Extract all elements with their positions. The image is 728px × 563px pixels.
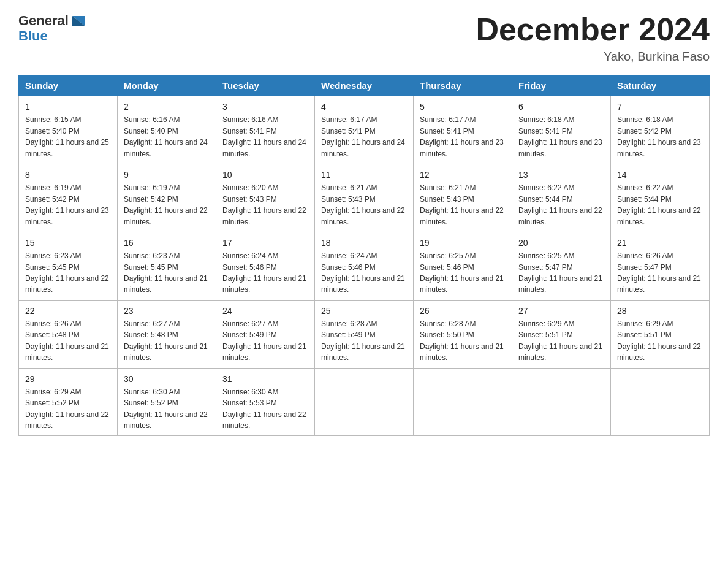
day-number: 22 xyxy=(25,305,111,317)
day-number: 31 xyxy=(222,373,308,385)
day-number: 26 xyxy=(420,305,506,317)
day-number: 19 xyxy=(420,237,506,249)
calendar-cell: 6Sunrise: 6:18 AMSunset: 5:41 PMDaylight… xyxy=(512,96,611,164)
day-info: Sunrise: 6:23 AMSunset: 5:45 PMDaylight:… xyxy=(25,251,109,294)
calendar-cell: 16Sunrise: 6:23 AMSunset: 5:45 PMDayligh… xyxy=(118,232,216,300)
calendar-week-row: 8Sunrise: 6:19 AMSunset: 5:42 PMDaylight… xyxy=(19,164,710,232)
calendar-cell: 4Sunrise: 6:17 AMSunset: 5:41 PMDaylight… xyxy=(315,96,414,164)
day-info: Sunrise: 6:16 AMSunset: 5:40 PMDaylight:… xyxy=(124,115,208,158)
day-number: 2 xyxy=(124,101,210,113)
day-info: Sunrise: 6:16 AMSunset: 5:41 PMDaylight:… xyxy=(222,115,306,158)
day-info: Sunrise: 6:29 AMSunset: 5:51 PMDaylight:… xyxy=(617,320,701,362)
day-info: Sunrise: 6:19 AMSunset: 5:42 PMDaylight:… xyxy=(124,183,208,226)
day-info: Sunrise: 6:26 AMSunset: 5:48 PMDaylight:… xyxy=(25,320,109,362)
day-of-week-header: Saturday xyxy=(611,75,710,96)
day-number: 14 xyxy=(617,169,703,181)
calendar-cell: 10Sunrise: 6:20 AMSunset: 5:43 PMDayligh… xyxy=(216,164,315,232)
calendar-cell xyxy=(611,368,710,436)
calendar-cell: 28Sunrise: 6:29 AMSunset: 5:51 PMDayligh… xyxy=(611,300,710,368)
day-number: 17 xyxy=(222,237,308,249)
day-number: 11 xyxy=(321,169,407,181)
day-info: Sunrise: 6:26 AMSunset: 5:47 PMDaylight:… xyxy=(617,251,701,294)
calendar-cell xyxy=(315,368,414,436)
calendar-cell: 15Sunrise: 6:23 AMSunset: 5:45 PMDayligh… xyxy=(19,232,118,300)
day-info: Sunrise: 6:17 AMSunset: 5:41 PMDaylight:… xyxy=(420,115,504,158)
day-info: Sunrise: 6:30 AMSunset: 5:53 PMDaylight:… xyxy=(222,388,306,430)
calendar-cell: 5Sunrise: 6:17 AMSunset: 5:41 PMDaylight… xyxy=(414,96,512,164)
calendar-cell: 17Sunrise: 6:24 AMSunset: 5:46 PMDayligh… xyxy=(216,232,315,300)
day-number: 29 xyxy=(25,373,111,385)
day-info: Sunrise: 6:25 AMSunset: 5:47 PMDaylight:… xyxy=(518,251,602,294)
calendar-cell: 13Sunrise: 6:22 AMSunset: 5:44 PMDayligh… xyxy=(512,164,611,232)
calendar-cell: 20Sunrise: 6:25 AMSunset: 5:47 PMDayligh… xyxy=(512,232,611,300)
calendar-cell: 22Sunrise: 6:26 AMSunset: 5:48 PMDayligh… xyxy=(19,300,118,368)
day-info: Sunrise: 6:30 AMSunset: 5:52 PMDaylight:… xyxy=(124,388,208,430)
day-number: 30 xyxy=(124,373,210,385)
calendar-cell: 1Sunrise: 6:15 AMSunset: 5:40 PMDaylight… xyxy=(19,96,118,164)
calendar-week-row: 15Sunrise: 6:23 AMSunset: 5:45 PMDayligh… xyxy=(19,232,710,300)
calendar-cell: 21Sunrise: 6:26 AMSunset: 5:47 PMDayligh… xyxy=(611,232,710,300)
day-info: Sunrise: 6:24 AMSunset: 5:46 PMDaylight:… xyxy=(321,251,405,294)
calendar-cell: 12Sunrise: 6:21 AMSunset: 5:43 PMDayligh… xyxy=(414,164,512,232)
calendar-cell: 11Sunrise: 6:21 AMSunset: 5:43 PMDayligh… xyxy=(315,164,414,232)
day-number: 23 xyxy=(124,305,210,317)
day-info: Sunrise: 6:22 AMSunset: 5:44 PMDaylight:… xyxy=(518,183,602,226)
day-of-week-header: Monday xyxy=(118,75,216,96)
day-number: 12 xyxy=(420,169,506,181)
logo: General Blue xyxy=(18,12,87,43)
day-number: 10 xyxy=(222,169,308,181)
day-of-week-header: Sunday xyxy=(19,75,118,96)
logo-general-text: General xyxy=(18,13,69,29)
day-info: Sunrise: 6:25 AMSunset: 5:46 PMDaylight:… xyxy=(420,251,504,294)
calendar-cell xyxy=(512,368,611,436)
calendar-header-row: SundayMondayTuesdayWednesdayThursdayFrid… xyxy=(19,75,710,96)
day-number: 9 xyxy=(124,169,210,181)
day-info: Sunrise: 6:15 AMSunset: 5:40 PMDaylight:… xyxy=(25,115,109,158)
day-info: Sunrise: 6:20 AMSunset: 5:43 PMDaylight:… xyxy=(222,183,306,226)
title-area: December 2024 Yako, Burkina Faso xyxy=(476,12,710,64)
calendar-cell: 25Sunrise: 6:28 AMSunset: 5:49 PMDayligh… xyxy=(315,300,414,368)
day-number: 7 xyxy=(617,101,703,113)
day-number: 27 xyxy=(518,305,604,317)
day-of-week-header: Thursday xyxy=(414,75,512,96)
day-info: Sunrise: 6:28 AMSunset: 5:50 PMDaylight:… xyxy=(420,320,504,362)
day-info: Sunrise: 6:19 AMSunset: 5:42 PMDaylight:… xyxy=(25,183,109,226)
day-info: Sunrise: 6:21 AMSunset: 5:43 PMDaylight:… xyxy=(420,183,504,226)
day-number: 16 xyxy=(124,237,210,249)
logo-triangle-icon xyxy=(70,12,87,29)
day-of-week-header: Tuesday xyxy=(216,75,315,96)
day-number: 1 xyxy=(25,101,111,113)
calendar-location: Yako, Burkina Faso xyxy=(476,50,710,64)
day-info: Sunrise: 6:18 AMSunset: 5:42 PMDaylight:… xyxy=(617,115,701,158)
logo-blue-text: Blue xyxy=(18,29,48,43)
calendar-cell: 14Sunrise: 6:22 AMSunset: 5:44 PMDayligh… xyxy=(611,164,710,232)
calendar-cell xyxy=(414,368,512,436)
day-number: 3 xyxy=(222,101,308,113)
day-info: Sunrise: 6:23 AMSunset: 5:45 PMDaylight:… xyxy=(124,251,208,294)
day-number: 4 xyxy=(321,101,407,113)
day-info: Sunrise: 6:27 AMSunset: 5:49 PMDaylight:… xyxy=(222,320,306,362)
day-number: 21 xyxy=(617,237,703,249)
day-info: Sunrise: 6:21 AMSunset: 5:43 PMDaylight:… xyxy=(321,183,405,226)
day-info: Sunrise: 6:29 AMSunset: 5:52 PMDaylight:… xyxy=(25,388,109,430)
day-info: Sunrise: 6:28 AMSunset: 5:49 PMDaylight:… xyxy=(321,320,405,362)
day-number: 24 xyxy=(222,305,308,317)
calendar-week-row: 22Sunrise: 6:26 AMSunset: 5:48 PMDayligh… xyxy=(19,300,710,368)
day-info: Sunrise: 6:24 AMSunset: 5:46 PMDaylight:… xyxy=(222,251,306,294)
page-header: General Blue December 2024 Yako, Burkina… xyxy=(18,12,710,64)
calendar-cell: 30Sunrise: 6:30 AMSunset: 5:52 PMDayligh… xyxy=(118,368,216,436)
day-info: Sunrise: 6:18 AMSunset: 5:41 PMDaylight:… xyxy=(518,115,602,158)
calendar-cell: 27Sunrise: 6:29 AMSunset: 5:51 PMDayligh… xyxy=(512,300,611,368)
calendar-cell: 7Sunrise: 6:18 AMSunset: 5:42 PMDaylight… xyxy=(611,96,710,164)
day-number: 28 xyxy=(617,305,703,317)
day-info: Sunrise: 6:17 AMSunset: 5:41 PMDaylight:… xyxy=(321,115,405,158)
calendar-cell: 29Sunrise: 6:29 AMSunset: 5:52 PMDayligh… xyxy=(19,368,118,436)
calendar-cell: 3Sunrise: 6:16 AMSunset: 5:41 PMDaylight… xyxy=(216,96,315,164)
day-number: 8 xyxy=(25,169,111,181)
day-info: Sunrise: 6:22 AMSunset: 5:44 PMDaylight:… xyxy=(617,183,701,226)
calendar-cell: 23Sunrise: 6:27 AMSunset: 5:48 PMDayligh… xyxy=(118,300,216,368)
calendar-cell: 24Sunrise: 6:27 AMSunset: 5:49 PMDayligh… xyxy=(216,300,315,368)
day-number: 13 xyxy=(518,169,604,181)
day-number: 25 xyxy=(321,305,407,317)
calendar-title: December 2024 xyxy=(476,12,710,47)
